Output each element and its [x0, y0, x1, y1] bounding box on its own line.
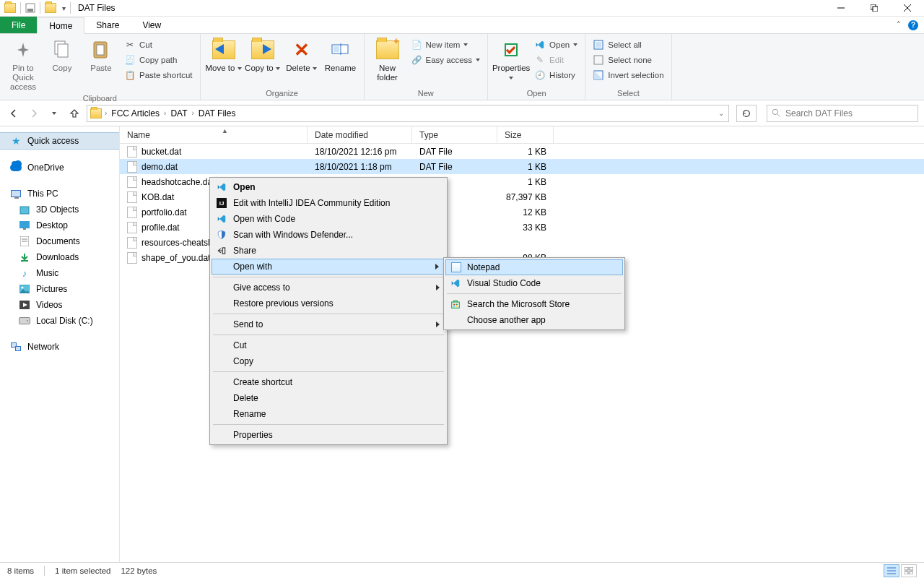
recent-dropdown-icon[interactable]: [46, 105, 62, 121]
copy-to-button[interactable]: Copy to: [244, 35, 282, 73]
sidebar-item[interactable]: Pictures: [0, 281, 119, 297]
chevron-right-icon: [436, 285, 440, 290]
select-none-button[interactable]: Select none: [590, 53, 666, 66]
ctx-scan-defender[interactable]: Scan with Windows Defender...: [212, 227, 445, 243]
search-input[interactable]: Search DAT Files: [767, 105, 918, 122]
help-icon[interactable]: ?: [908, 20, 918, 30]
sidebar-item[interactable]: Documents: [0, 233, 119, 249]
svg-rect-8: [58, 44, 68, 57]
qat-dropdown-icon[interactable]: ▾: [62, 4, 66, 12]
ctx-cut[interactable]: Cut: [212, 337, 445, 353]
ctx-open[interactable]: Open: [212, 179, 445, 195]
col-type[interactable]: Type: [412, 126, 497, 143]
col-date[interactable]: Date modified: [308, 126, 412, 143]
tab-home[interactable]: Home: [37, 17, 84, 34]
tab-view[interactable]: View: [131, 17, 173, 33]
ctx-rename[interactable]: Rename: [212, 406, 445, 422]
status-count: 8 items: [7, 566, 34, 575]
svg-rect-39: [453, 303, 455, 305]
ctx-give-access[interactable]: Give access to: [212, 280, 445, 296]
svg-rect-37: [222, 248, 225, 254]
sidebar-item[interactable]: Downloads: [0, 249, 119, 265]
edit-button[interactable]: ✎Edit: [531, 53, 580, 66]
address-bar[interactable]: › FCC Articles › DAT › DAT Files ⌄: [87, 105, 729, 122]
open-folder-icon[interactable]: [45, 3, 56, 13]
svg-line-19: [777, 114, 780, 116]
svg-rect-33: [905, 567, 908, 570]
file-row[interactable]: bucket.dat18/10/2021 12:16 pmDAT File1 K…: [120, 144, 924, 159]
sidebar-item[interactable]: ♪Music: [0, 265, 119, 281]
svg-rect-20: [20, 207, 29, 214]
sidebar-onedrive[interactable]: OneDrive: [0, 160, 119, 176]
breadcrumb[interactable]: FCC Articles: [108, 108, 162, 118]
back-button[interactable]: [6, 105, 22, 121]
svg-rect-22: [23, 228, 26, 230]
svg-rect-35: [905, 571, 908, 574]
refresh-button[interactable]: [736, 105, 757, 122]
delete-button[interactable]: ✕ Delete: [283, 35, 321, 73]
up-button[interactable]: [66, 105, 82, 121]
sidebar-item[interactable]: 3D Objects: [0, 202, 119, 217]
submenu-notepad[interactable]: Notepad: [445, 259, 623, 275]
forward-button[interactable]: [26, 105, 42, 121]
chevron-right-icon: [436, 322, 440, 327]
history-button[interactable]: 🕘History: [531, 69, 580, 82]
tab-share[interactable]: Share: [84, 17, 131, 33]
rename-button[interactable]: Rename: [322, 35, 359, 73]
submenu-store[interactable]: Search the Microsoft Store: [445, 296, 623, 312]
paste-button[interactable]: Paste: [82, 35, 120, 73]
submenu-vscode[interactable]: Visual Studio Code: [445, 275, 623, 291]
details-view-button[interactable]: [884, 564, 899, 577]
svg-point-18: [772, 109, 777, 114]
ctx-create-shortcut[interactable]: Create shortcut: [212, 374, 445, 390]
invert-selection-button[interactable]: Invert selection: [590, 69, 666, 82]
svg-point-28: [22, 287, 24, 289]
sort-asc-icon: ▲: [222, 127, 228, 134]
new-folder-button[interactable]: ✦ New folder: [369, 35, 406, 82]
sidebar-item[interactable]: Videos: [0, 297, 119, 313]
maximize-button[interactable]: [858, 0, 891, 17]
minimize-button[interactable]: [824, 0, 858, 17]
pin-to-quick-access-button[interactable]: Pin to Quick access: [4, 35, 42, 92]
breadcrumb[interactable]: DAT: [167, 108, 190, 118]
copy-button[interactable]: Copy: [43, 35, 81, 73]
move-to-button[interactable]: Move to: [205, 35, 243, 73]
ctx-share[interactable]: Share: [212, 243, 445, 259]
ctx-copy[interactable]: Copy: [212, 353, 445, 369]
sidebar-quick-access[interactable]: ★Quick access: [0, 132, 119, 150]
tab-file[interactable]: File: [0, 17, 37, 33]
submenu-choose-another[interactable]: Choose another app: [445, 312, 623, 328]
close-button[interactable]: [891, 0, 924, 17]
ctx-open-with-code[interactable]: Open with Code: [212, 211, 445, 227]
ctx-delete[interactable]: Delete: [212, 390, 445, 406]
file-icon: [127, 161, 137, 173]
ctx-open-with[interactable]: Open with: [212, 259, 445, 275]
col-size[interactable]: Size: [497, 126, 554, 143]
easy-access-button[interactable]: 🔗Easy access: [408, 53, 484, 66]
file-row[interactable]: demo.dat18/10/2021 1:18 pmDAT File1 KB: [120, 159, 924, 174]
sidebar-item[interactable]: Desktop: [0, 217, 119, 233]
addr-dropdown-icon[interactable]: ⌄: [718, 109, 724, 117]
sidebar-network[interactable]: Network: [0, 339, 119, 355]
select-all-button[interactable]: Select all: [590, 38, 666, 51]
ctx-intellij[interactable]: IJEdit with IntelliJ IDEA Community Edit…: [212, 195, 445, 211]
ctx-restore-versions[interactable]: Restore previous versions: [212, 296, 445, 311]
status-selection: 1 item selected: [55, 566, 110, 575]
sidebar-item[interactable]: Local Disk (C:): [0, 313, 119, 329]
copy-path-button[interactable]: 🧾Copy path: [121, 53, 196, 66]
svg-rect-21: [19, 221, 30, 228]
paste-shortcut-button[interactable]: 📋Paste shortcut: [121, 69, 196, 82]
col-name[interactable]: Name▲: [120, 126, 308, 143]
ctx-properties[interactable]: Properties: [212, 427, 445, 443]
collapse-ribbon-icon[interactable]: ˄: [897, 20, 901, 30]
sidebar-this-pc[interactable]: This PC: [0, 186, 119, 202]
breadcrumb[interactable]: DAT Files: [196, 108, 239, 118]
properties-button[interactable]: Properties: [492, 35, 530, 82]
ctx-send-to[interactable]: Send to: [212, 316, 445, 332]
folder-icon: [90, 108, 102, 118]
cut-button[interactable]: ✂Cut: [121, 38, 196, 51]
thumbnails-view-button[interactable]: [901, 564, 917, 577]
save-icon[interactable]: [25, 3, 35, 13]
open-button[interactable]: Open: [531, 38, 580, 51]
new-item-button[interactable]: 📄New item: [408, 38, 484, 51]
